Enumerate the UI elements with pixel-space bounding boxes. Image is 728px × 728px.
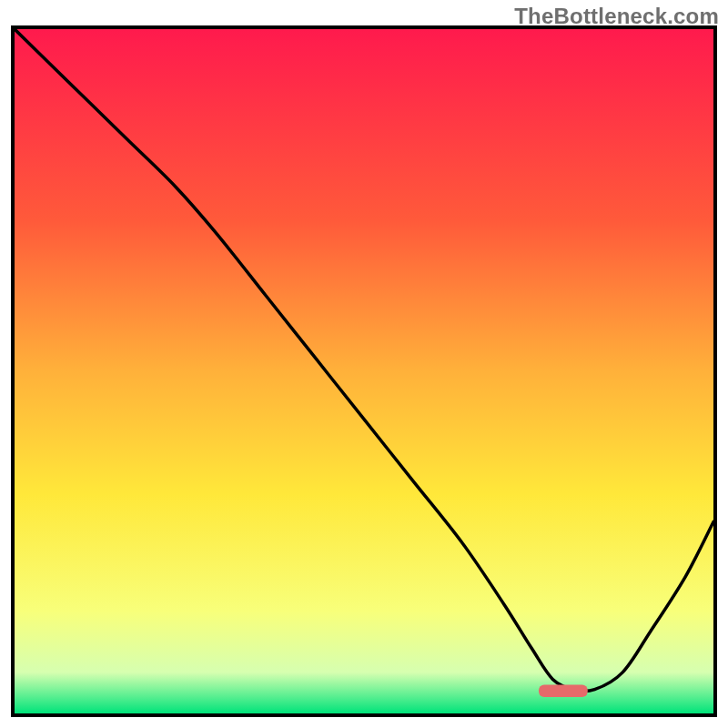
optimal-marker (539, 684, 588, 697)
plot-frame (11, 25, 717, 717)
watermark-text: TheBottleneck.com (514, 4, 719, 29)
plot-svg (15, 29, 713, 713)
chart-stage: TheBottleneck.com (0, 0, 728, 728)
